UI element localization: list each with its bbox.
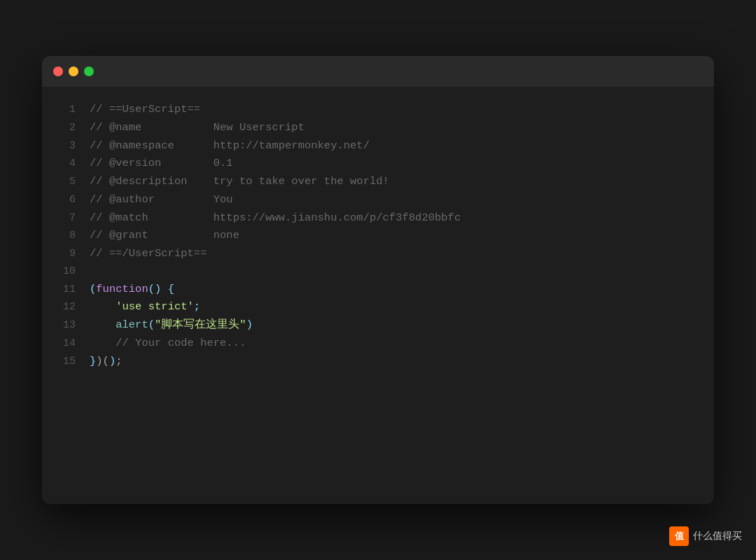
line-number: 11: [56, 281, 76, 299]
code-line: 12 'use strict';: [42, 298, 714, 316]
line-number: 13: [56, 317, 76, 335]
code-line: 6// @author You: [42, 191, 714, 209]
line-number: 10: [56, 263, 76, 281]
line-content: })();: [90, 353, 122, 371]
code-line: 8// @grant none: [42, 227, 714, 245]
watermark-label: 什么值得买: [693, 530, 742, 542]
code-line: 9// ==/UserScript==: [42, 245, 714, 263]
code-line: 3// @namespace http://tampermonkey.net/: [42, 137, 714, 155]
line-content: // @version 0.1: [90, 155, 233, 173]
code-line: 4// @version 0.1: [42, 155, 714, 173]
line-number: 14: [56, 335, 76, 353]
code-line: 13 alert("脚本写在这里头"): [42, 316, 714, 335]
code-line: 10: [42, 263, 714, 281]
line-content: // ==/UserScript==: [90, 245, 206, 263]
code-editor: 1// ==UserScript==2// @name New Userscri…: [42, 87, 714, 504]
minimize-button[interactable]: [69, 66, 78, 76]
line-number: 15: [56, 354, 76, 371]
line-content: // @namespace http://tampermonkey.net/: [90, 137, 370, 155]
line-content: (function() {: [90, 281, 174, 299]
code-line: 15})();: [42, 353, 714, 371]
code-editor-window: 1// ==UserScript==2// @name New Userscri…: [42, 56, 714, 504]
line-content: // Your code here...: [90, 335, 246, 353]
code-line: 11(function() {: [42, 281, 714, 299]
line-number: 1: [56, 102, 76, 119]
line-number: 7: [56, 210, 76, 227]
line-number: 8: [56, 227, 76, 245]
line-number: 2: [56, 120, 76, 137]
code-line: 7// @match https://www.jianshu.com/p/cf3…: [42, 209, 714, 227]
code-line: 5// @description try to take over the wo…: [42, 173, 714, 191]
close-button[interactable]: [53, 66, 63, 76]
line-number: 5: [56, 174, 76, 191]
watermark-icon: 值: [669, 526, 689, 546]
line-number: 9: [56, 246, 76, 263]
line-number: 4: [56, 155, 76, 173]
line-content: // ==UserScript==: [90, 101, 200, 119]
code-line: 14 // Your code here...: [42, 335, 714, 353]
line-content: // @grant none: [90, 227, 239, 245]
traffic-lights: [53, 66, 94, 76]
line-content: 'use strict';: [90, 298, 200, 316]
code-line: 1// ==UserScript==: [42, 101, 714, 119]
line-content: // @author You: [90, 191, 233, 209]
line-number: 3: [56, 138, 76, 155]
watermark: 值 什么值得买: [669, 526, 742, 546]
maximize-button[interactable]: [84, 66, 94, 76]
code-line: 2// @name New Userscript: [42, 119, 714, 137]
line-number: 6: [56, 192, 76, 209]
titlebar: [42, 56, 714, 87]
line-content: // @match https://www.jianshu.com/p/cf3f…: [90, 209, 461, 227]
line-content: // @name New Userscript: [90, 119, 304, 137]
line-content: // @description try to take over the wor…: [90, 173, 389, 191]
line-number: 12: [56, 299, 76, 316]
line-content: alert("脚本写在这里头"): [90, 316, 253, 335]
